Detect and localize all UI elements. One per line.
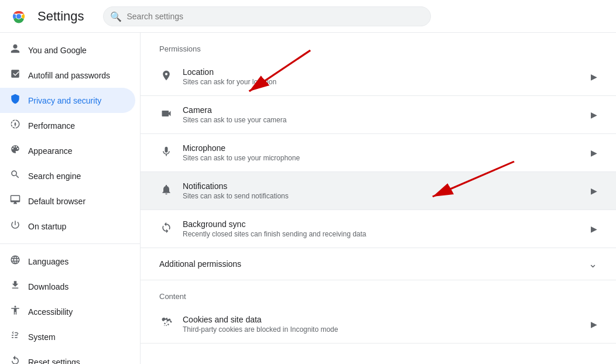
sidebar-label-downloads: Downloads <box>28 282 69 291</box>
performance-icon <box>9 119 21 132</box>
person-icon <box>9 43 21 57</box>
notifications-arrow-icon: ▶ <box>591 186 597 195</box>
default-browser-icon <box>9 194 21 208</box>
sidebar-item-on-startup[interactable]: On startup <box>0 214 135 239</box>
svg-point-2 <box>16 14 21 19</box>
main-layout: You and Google Autofill and passwords Pr… <box>0 33 616 364</box>
background-sync-text: Background sync Recently closed sites ca… <box>183 219 581 238</box>
search-input[interactable] <box>103 6 431 26</box>
accessibility-icon <box>9 305 21 318</box>
sidebar-label-languages: Languages <box>28 257 69 266</box>
notifications-text: Notifications Sites can ask to send noti… <box>183 181 581 200</box>
background-sync-title: Background sync <box>183 219 581 229</box>
settings-item-cookies[interactable]: Cookies and site data Third-party cookie… <box>141 305 616 344</box>
microphone-title: Microphone <box>183 143 581 153</box>
camera-arrow-icon: ▶ <box>591 110 597 119</box>
sidebar-label-search-engine: Search engine <box>28 171 81 181</box>
search-wrapper: 🔍 <box>103 6 431 26</box>
notifications-icon <box>159 184 173 198</box>
app-container: Settings 🔍 You and Google <box>0 0 616 364</box>
background-sync-icon <box>159 222 173 236</box>
search-engine-icon <box>9 169 21 183</box>
content-section-header: Content <box>141 280 616 305</box>
camera-subtitle: Sites can ask to use your camera <box>183 116 581 124</box>
sidebar-item-you-and-google[interactable]: You and Google <box>0 37 135 63</box>
sidebar-label-default-browser: Default browser <box>28 197 85 206</box>
location-subtitle: Sites can ask for your location <box>183 78 581 86</box>
sidebar-item-accessibility[interactable]: Accessibility <box>0 299 135 324</box>
microphone-text: Microphone Sites can ask to use your mic… <box>183 143 581 162</box>
svg-point-4 <box>166 321 167 322</box>
chrome-logo-icon <box>9 7 28 26</box>
background-sync-arrow-icon: ▶ <box>591 224 597 233</box>
sidebar-label-privacy: Privacy and security <box>28 96 101 105</box>
sidebar-item-performance[interactable]: Performance <box>0 113 135 138</box>
settings-item-background-sync[interactable]: Background sync Recently closed sites ca… <box>141 210 616 248</box>
sidebar-item-downloads[interactable]: Downloads <box>0 274 135 299</box>
shield-icon <box>9 94 21 107</box>
location-arrow-icon: ▶ <box>591 72 597 81</box>
settings-item-notifications[interactable]: Notifications Sites can ask to send noti… <box>141 172 616 210</box>
languages-icon <box>9 255 21 268</box>
sidebar-label-system: System <box>28 332 56 342</box>
microphone-icon <box>159 146 173 160</box>
camera-text: Camera Sites can ask to use your camera <box>183 105 581 124</box>
sidebar-label-accessibility: Accessibility <box>28 307 73 317</box>
permissions-section-header: Permissions <box>141 33 616 58</box>
svg-point-6 <box>166 325 167 326</box>
location-text: Location Sites can ask for your location <box>183 67 581 86</box>
app-title: Settings <box>37 9 84 24</box>
search-icon: 🔍 <box>110 11 122 22</box>
header: Settings 🔍 <box>0 0 616 33</box>
sidebar-label-reset-settings: Reset settings <box>28 358 80 365</box>
content-area: Permissions Location Sites can ask for y… <box>141 33 616 364</box>
autofill-icon <box>9 68 21 82</box>
notifications-title: Notifications <box>183 181 581 191</box>
reset-icon <box>9 355 21 364</box>
microphone-arrow-icon: ▶ <box>591 148 597 157</box>
sidebar-divider <box>0 243 140 244</box>
sidebar: You and Google Autofill and passwords Pr… <box>0 33 141 364</box>
location-title: Location <box>183 67 581 77</box>
camera-icon <box>159 108 173 122</box>
sidebar-item-system[interactable]: System <box>0 324 135 349</box>
sidebar-item-default-browser[interactable]: Default browser <box>0 188 135 214</box>
sidebar-item-search-engine[interactable]: Search engine <box>0 163 135 188</box>
additional-permissions-label: Additional permissions <box>159 259 241 269</box>
downloads-icon <box>9 280 21 293</box>
search-bar-container: 🔍 <box>103 6 431 26</box>
svg-point-5 <box>167 324 169 325</box>
cookies-title: Cookies and site data <box>183 315 581 324</box>
sidebar-item-languages[interactable]: Languages <box>0 249 135 274</box>
sidebar-item-appearance[interactable]: Appearance <box>0 138 135 163</box>
cookies-arrow-icon: ▶ <box>591 320 597 329</box>
on-startup-icon <box>9 219 21 233</box>
microphone-subtitle: Sites can ask to use your microphone <box>183 154 581 162</box>
sidebar-label-performance: Performance <box>28 121 75 131</box>
sidebar-item-privacy-and-security[interactable]: Privacy and security <box>0 88 135 113</box>
sidebar-item-reset-settings[interactable]: Reset settings <box>0 349 135 364</box>
svg-point-7 <box>164 325 165 325</box>
appearance-icon <box>9 144 21 157</box>
sidebar-label-appearance: Appearance <box>28 146 73 156</box>
sidebar-item-autofill[interactable]: Autofill and passwords <box>0 63 135 88</box>
sidebar-label-on-startup: On startup <box>28 222 66 231</box>
notifications-subtitle: Sites can ask to send notifications <box>183 192 581 200</box>
settings-item-microphone[interactable]: Microphone Sites can ask to use your mic… <box>141 134 616 172</box>
sidebar-label-autofill: Autofill and passwords <box>28 71 110 80</box>
additional-permissions-section[interactable]: Additional permissions ⌄ <box>141 248 616 280</box>
cookies-icon <box>159 317 173 332</box>
settings-item-camera[interactable]: Camera Sites can ask to use your camera … <box>141 96 616 134</box>
chevron-down-icon: ⌄ <box>588 257 597 270</box>
location-icon <box>159 70 173 84</box>
settings-item-location[interactable]: Location Sites can ask for your location… <box>141 58 616 96</box>
system-icon <box>9 330 21 344</box>
svg-point-3 <box>164 322 166 324</box>
sidebar-label-you-and-google: You and Google <box>28 46 87 55</box>
background-sync-subtitle: Recently closed sites can finish sending… <box>183 230 581 238</box>
cookies-text: Cookies and site data Third-party cookie… <box>183 315 581 334</box>
camera-title: Camera <box>183 105 581 115</box>
cookies-subtitle: Third-party cookies are blocked in Incog… <box>183 325 581 334</box>
